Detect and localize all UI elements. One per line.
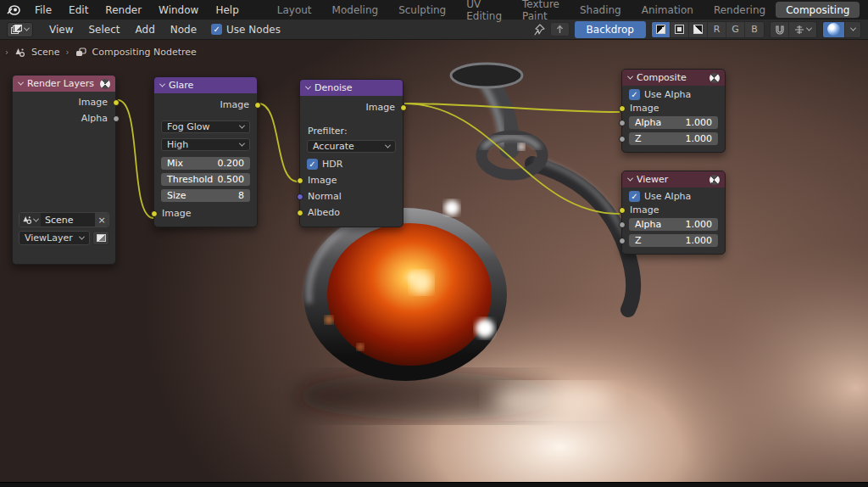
viewer-options-dropdown[interactable] bbox=[845, 22, 860, 37]
blender-logo-icon[interactable] bbox=[7, 4, 20, 16]
backdrop-green-button[interactable]: G bbox=[726, 22, 745, 37]
z-slider[interactable]: Z 1.000 bbox=[629, 132, 718, 145]
menu-view[interactable]: View bbox=[42, 22, 81, 37]
material-sphere-icon bbox=[827, 23, 840, 36]
node-composite[interactable]: Composite Use Alpha Image Alpha 1.000 Z … bbox=[621, 69, 726, 153]
chevron-down-icon bbox=[806, 25, 812, 31]
collapse-chevron-icon[interactable] bbox=[627, 176, 633, 182]
glare-type-dropdown[interactable]: Fog Glow bbox=[161, 120, 250, 133]
tab-uv-editing[interactable]: UV Editing bbox=[456, 0, 512, 20]
tab-rendering[interactable]: Rendering bbox=[704, 0, 776, 20]
collapse-chevron-icon[interactable] bbox=[159, 81, 165, 87]
use-alpha-checkbox[interactable] bbox=[629, 89, 640, 100]
snap-magnet-icon[interactable] bbox=[771, 22, 789, 37]
socket-image-input[interactable] bbox=[619, 207, 626, 214]
size-slider[interactable]: Size 8 bbox=[161, 189, 250, 202]
node-glare[interactable]: Glare Image Fog Glow High Mix 0.200 Thre… bbox=[153, 76, 258, 227]
tab-animation[interactable]: Animation bbox=[632, 0, 704, 20]
socket-image-input[interactable] bbox=[619, 105, 626, 112]
backdrop-blue-button[interactable]: B bbox=[745, 22, 764, 37]
menu-node[interactable]: Node bbox=[163, 22, 204, 37]
view-layer-dropdown[interactable]: ViewLayer bbox=[19, 231, 90, 245]
socket-image-output[interactable] bbox=[254, 102, 261, 109]
viewer-sphere-button[interactable] bbox=[823, 22, 845, 37]
tab-geometry-nodes[interactable]: Geometry Nod bbox=[860, 0, 868, 20]
collapse-chevron-icon[interactable] bbox=[305, 84, 311, 90]
go-to-parent-node-tree-button[interactable] bbox=[550, 22, 570, 36]
breadcrumb: › Scene › Compositing Nodetree bbox=[5, 47, 197, 58]
socket-image-output[interactable] bbox=[400, 104, 407, 111]
tab-layout[interactable]: Layout bbox=[267, 0, 322, 20]
socket-albedo-input[interactable] bbox=[297, 210, 303, 216]
z-slider[interactable]: Z 1.000 bbox=[629, 234, 718, 247]
menu-add[interactable]: Add bbox=[128, 22, 163, 37]
tab-sculpting[interactable]: Sculpting bbox=[388, 0, 456, 20]
use-nodes-toggle[interactable]: Use Nodes bbox=[211, 24, 281, 36]
slider-label: Alpha bbox=[635, 219, 686, 230]
hdr-toggle[interactable]: HDR bbox=[300, 155, 403, 171]
backdrop-color-button[interactable] bbox=[670, 22, 689, 37]
menu-file[interactable]: File bbox=[27, 3, 59, 18]
node-header-render-layers[interactable]: Render Layers bbox=[13, 76, 115, 92]
render-active-layer-button[interactable] bbox=[92, 231, 109, 245]
mix-slider[interactable]: Mix 0.200 bbox=[161, 157, 250, 170]
tab-compositing[interactable]: Compositing bbox=[776, 2, 860, 18]
use-alpha-checkbox[interactable] bbox=[629, 191, 640, 202]
node-denoise[interactable]: Denoise Image Prefilter: Accurate HDR Im… bbox=[299, 79, 403, 227]
socket-alpha-output[interactable] bbox=[113, 115, 120, 122]
node-header-viewer[interactable]: Viewer bbox=[622, 171, 725, 188]
hdr-checkbox[interactable] bbox=[307, 159, 318, 170]
slider-label: Threshold bbox=[167, 174, 218, 185]
scene-select-widget[interactable]: Scene × bbox=[19, 212, 109, 227]
menu-edit[interactable]: Edit bbox=[61, 3, 96, 18]
socket-normal-input[interactable] bbox=[297, 193, 303, 200]
scene-icon-dropdown[interactable] bbox=[19, 213, 41, 227]
link-renderlayers-to-glare bbox=[118, 100, 153, 218]
socket-image-input[interactable] bbox=[297, 177, 303, 184]
backdrop-channel-group: R G B bbox=[651, 21, 765, 38]
backdrop-alpha-button[interactable] bbox=[689, 22, 708, 37]
socket-alpha-input[interactable] bbox=[619, 120, 626, 126]
breadcrumb-nodetree[interactable]: Compositing Nodetree bbox=[92, 47, 197, 58]
node-header-denoise[interactable]: Denoise bbox=[300, 80, 403, 96]
node-viewer[interactable]: Viewer Use Alpha Image Alpha 1.000 Z 1.0… bbox=[621, 171, 726, 255]
use-alpha-toggle[interactable]: Use Alpha bbox=[622, 188, 725, 203]
menu-window[interactable]: Window bbox=[151, 3, 206, 18]
socket-z-input[interactable] bbox=[619, 238, 626, 244]
menu-help[interactable]: Help bbox=[208, 3, 246, 18]
unlink-scene-button[interactable]: × bbox=[95, 213, 108, 227]
backdrop-color-alpha-button[interactable] bbox=[652, 22, 670, 37]
glare-quality-dropdown[interactable]: High bbox=[161, 138, 250, 151]
node-header-glare[interactable]: Glare bbox=[154, 77, 257, 93]
use-nodes-checkbox[interactable] bbox=[211, 24, 222, 35]
preview-sphere-icon bbox=[709, 73, 720, 83]
collapse-chevron-icon[interactable] bbox=[627, 74, 633, 80]
snap-target-button[interactable] bbox=[789, 22, 816, 37]
tab-texture-paint[interactable]: Texture Paint bbox=[512, 0, 570, 20]
node-header-composite[interactable]: Composite bbox=[622, 70, 725, 86]
tab-shading[interactable]: Shading bbox=[570, 0, 632, 20]
editor-type-button[interactable] bbox=[7, 22, 33, 37]
use-alpha-toggle[interactable]: Use Alpha bbox=[622, 86, 725, 101]
collapse-chevron-icon[interactable] bbox=[18, 80, 24, 86]
socket-alpha-input[interactable] bbox=[619, 221, 626, 228]
prefilter-dropdown[interactable]: Accurate bbox=[307, 140, 396, 153]
menu-select[interactable]: Select bbox=[81, 22, 127, 37]
threshold-slider[interactable]: Threshold 0.500 bbox=[161, 173, 250, 186]
color-alpha-icon bbox=[656, 25, 665, 34]
socket-image-output[interactable] bbox=[113, 99, 120, 106]
tab-modeling[interactable]: Modeling bbox=[322, 0, 389, 20]
alpha-slider[interactable]: Alpha 1.000 bbox=[629, 218, 718, 231]
socket-image-input[interactable] bbox=[151, 210, 158, 217]
breadcrumb-scene[interactable]: Scene bbox=[31, 47, 60, 58]
menu-render[interactable]: Render bbox=[97, 3, 149, 18]
backdrop-toggle-button[interactable]: Backdrop bbox=[575, 21, 646, 38]
node-render-layers[interactable]: Render Layers Image Alpha Scene × bbox=[12, 75, 116, 265]
node-editor-canvas[interactable]: › Scene › Compositing Nodetree Render La… bbox=[0, 40, 868, 482]
backdrop-red-button[interactable]: R bbox=[708, 22, 726, 37]
scene-value[interactable]: Scene bbox=[41, 213, 95, 227]
alpha-slider[interactable]: Alpha 1.000 bbox=[629, 116, 718, 129]
chevron-down-icon bbox=[239, 123, 245, 129]
pin-icon[interactable] bbox=[533, 24, 545, 36]
socket-z-input[interactable] bbox=[619, 136, 626, 143]
